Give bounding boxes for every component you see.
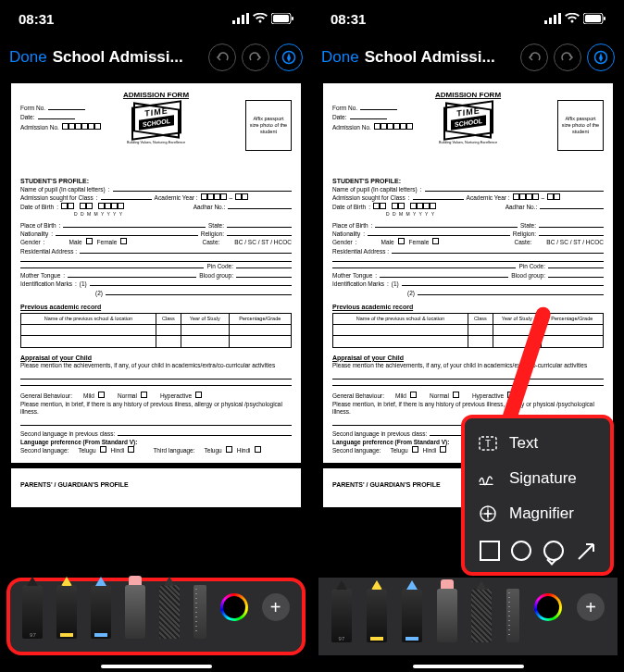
color-picker[interactable] (220, 593, 248, 621)
redo-button[interactable] (554, 44, 581, 71)
popup-shapes-row (465, 531, 610, 565)
status-indicators (544, 13, 605, 24)
signal-icon (232, 13, 249, 24)
form-page-1: ADMISSION FORM Affix passport size photo… (11, 83, 301, 463)
add-button[interactable]: + (577, 593, 605, 621)
pencil-tool[interactable]: 50 (402, 589, 422, 642)
svg-rect-13 (585, 15, 601, 22)
done-button[interactable]: Done (9, 48, 47, 67)
popup-text-label: Text (509, 434, 538, 453)
magnifier-icon (478, 504, 498, 524)
home-indicator[interactable] (101, 665, 212, 668)
ruler-tool[interactable] (193, 585, 206, 639)
prev-record-heading: Previous academic record (20, 303, 292, 311)
document-title: School Admissi... (365, 48, 515, 67)
popup-signature-option[interactable]: Signature (465, 461, 610, 496)
color-picker[interactable] (534, 593, 562, 621)
student-profile-heading: STUDENT'S PROFILE: (20, 177, 292, 185)
lasso-tool[interactable] (159, 585, 180, 639)
pen-tool[interactable]: 97 (22, 585, 43, 639)
svg-rect-2 (242, 15, 244, 24)
shape-arrow[interactable] (575, 541, 595, 561)
markup-button[interactable] (275, 44, 303, 71)
signal-icon (544, 13, 561, 24)
wifi-icon (253, 13, 268, 24)
battery-icon (271, 13, 293, 24)
popup-signature-label: Signature (509, 469, 577, 488)
svg-rect-6 (292, 17, 293, 20)
form-heading: ADMISSION FORM (20, 91, 292, 100)
markup-button[interactable] (587, 44, 615, 71)
signature-icon (478, 468, 498, 489)
appraisal-heading: Appraisal of your Child (20, 354, 292, 362)
status-time: 08:31 (19, 11, 54, 27)
undo-button[interactable] (208, 44, 236, 71)
app-header: Done School Admissi... (0, 37, 312, 78)
phone-right: 08:31 Done School Admissi... ADMISSION F… (312, 0, 624, 672)
svg-rect-1 (237, 18, 240, 24)
add-popup: T Text Signature Magnifier (461, 415, 614, 576)
svg-rect-9 (549, 18, 552, 24)
shape-speech-bubble[interactable] (543, 541, 564, 561)
add-button[interactable]: + (262, 593, 290, 621)
status-bar: 08:31 (312, 0, 624, 37)
svg-rect-14 (604, 17, 605, 20)
done-button[interactable]: Done (321, 48, 359, 67)
status-bar: 08:31 (0, 0, 312, 37)
popup-magnifier-label: Magnifier (509, 504, 574, 523)
pen-tool[interactable]: 97 (331, 589, 352, 642)
school-logo: TIMESCHOOL Building Values, Nurturing Ex… (124, 104, 189, 145)
home-indicator[interactable] (413, 665, 524, 668)
text-icon: T (478, 433, 498, 454)
photo-box: Affix passport size photo of the student (245, 100, 292, 151)
document-title: School Admissi... (53, 48, 203, 67)
wifi-icon (565, 13, 580, 24)
svg-text:T: T (485, 439, 491, 449)
svg-rect-8 (544, 20, 547, 24)
form-page-1: ADMISSION FORM Affix passport size photo… (323, 83, 613, 463)
svg-rect-10 (554, 15, 556, 24)
status-indicators (232, 13, 293, 24)
svg-rect-11 (558, 13, 561, 24)
svg-rect-5 (273, 15, 289, 22)
shape-square[interactable] (480, 541, 500, 561)
shape-circle[interactable] (511, 541, 531, 561)
eraser-tool[interactable] (437, 589, 457, 642)
lasso-tool[interactable] (471, 589, 492, 642)
svg-rect-3 (246, 13, 249, 24)
highlighter-tool[interactable]: 80 (56, 585, 77, 639)
svg-rect-0 (232, 20, 235, 24)
prev-record-table: Name of the previous school & locationCl… (20, 313, 292, 347)
phone-left: 08:31 Done School Admissi... ADMISSION F… (0, 0, 312, 672)
markup-toolbar: 97 80 50 + (6, 578, 306, 655)
markup-toolbar: 97 80 50 + (318, 578, 618, 655)
app-header: Done School Admissi... (312, 37, 624, 78)
eraser-tool[interactable] (125, 585, 145, 639)
battery-icon (583, 13, 605, 24)
form-page-2-peek: PARENTS' / GUARDIAN'S PROFILE (11, 468, 301, 507)
popup-text-option[interactable]: T Text (465, 426, 610, 461)
highlighter-tool[interactable]: 80 (367, 589, 387, 642)
redo-button[interactable] (242, 44, 269, 71)
popup-magnifier-option[interactable]: Magnifier (465, 496, 610, 531)
ruler-tool[interactable] (506, 589, 519, 642)
status-time: 08:31 (331, 11, 366, 27)
undo-button[interactable] (520, 44, 548, 71)
pencil-tool[interactable]: 50 (91, 585, 111, 639)
